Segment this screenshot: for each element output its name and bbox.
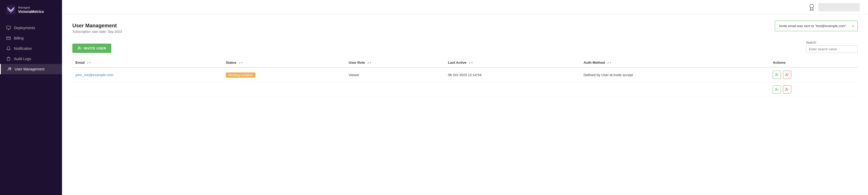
svg-point-19 <box>776 88 777 89</box>
search-label: Search: <box>806 41 858 44</box>
add-user-action-button[interactable] <box>773 71 781 79</box>
logo-managed: Managed <box>18 6 44 9</box>
sidebar-item-label: Deployments <box>14 26 35 30</box>
bell-icon <box>6 46 11 51</box>
svg-point-10 <box>810 4 813 8</box>
sidebar: Managed VictoriaMetrics Deployments Bill… <box>0 0 62 195</box>
user-management-icon <box>7 67 11 72</box>
cell-user-role <box>346 82 445 97</box>
svg-point-17 <box>786 74 787 75</box>
svg-point-22 <box>786 88 787 89</box>
toast-close-button[interactable]: × <box>852 24 854 28</box>
sidebar-item-deployments[interactable]: Deployments <box>0 23 62 33</box>
user-menu[interactable] <box>818 3 860 11</box>
cell-actions <box>770 82 858 97</box>
cell-last-active: 06 Oct 2023 12:14:54 <box>445 67 581 82</box>
svg-rect-1 <box>7 26 10 29</box>
toast-notification: Invite email was sent to "test@example.c… <box>775 21 858 31</box>
sidebar-item-user-management[interactable]: User Management <box>0 64 62 74</box>
table-header-row: Email ▲▼ Status ▲▼ User Role ▲▼ Last Act… <box>72 58 858 67</box>
svg-rect-6 <box>8 57 9 58</box>
logo-victoria: VictoriaMetrics <box>18 9 44 14</box>
cell-auth-method: Defined by User at invite accept <box>581 67 770 82</box>
sort-icon-status[interactable]: ▲▼ <box>239 62 243 64</box>
cell-last-active <box>445 82 581 97</box>
main-content: Invite email was sent to "test@example.c… <box>62 0 868 195</box>
sidebar-item-label: Notification <box>14 46 32 50</box>
table-row <box>72 82 858 97</box>
credit-card-icon <box>6 36 11 40</box>
logo-icon <box>6 5 16 14</box>
table-body: john_roe@example.com Pending Invitation … <box>72 67 858 97</box>
remove-icon <box>785 88 789 91</box>
col-last-active: Last Active ▲▼ <box>445 58 581 67</box>
page-title: User Management <box>72 23 858 29</box>
svg-rect-0 <box>6 5 16 14</box>
cell-auth-method <box>581 82 770 97</box>
svg-point-14 <box>776 74 777 75</box>
toolbar: INVITE USER Search: <box>72 41 858 53</box>
col-user-role: User Role ▲▼ <box>346 58 445 67</box>
email-link[interactable]: john_roe@example.com <box>75 73 114 77</box>
cell-status: Pending Invitation <box>223 67 346 82</box>
sidebar-item-billing[interactable]: Billing <box>0 33 62 43</box>
search-input[interactable] <box>806 45 858 53</box>
search-box: Search: <box>806 41 858 53</box>
cell-actions <box>770 67 858 82</box>
reward-icon <box>808 4 815 11</box>
topbar <box>62 0 868 14</box>
cell-status <box>223 82 346 97</box>
col-auth-method: Auth Method ▲▼ <box>581 58 770 67</box>
status-badge: Pending Invitation <box>226 73 255 78</box>
sidebar-nav: Deployments Billing Notification Audit L… <box>0 21 62 195</box>
col-status: Status ▲▼ <box>223 58 346 67</box>
page-content: Invite email was sent to "test@example.c… <box>62 14 868 195</box>
cell-email: john_roe@example.com <box>72 67 223 82</box>
add-icon <box>775 73 779 77</box>
svg-point-11 <box>78 47 80 48</box>
cell-email <box>72 82 223 97</box>
sidebar-item-audit-logs[interactable]: Audit Logs <box>0 54 62 64</box>
page-subtitle: Subscription start date: Sep 2023 <box>72 30 858 34</box>
remove-icon <box>785 73 789 77</box>
table-row: john_roe@example.com Pending Invitation … <box>72 67 858 82</box>
toast-message: Invite email was sent to "test@example.c… <box>779 24 847 28</box>
add-user-action-button-2[interactable] <box>773 85 781 93</box>
svg-rect-4 <box>7 37 10 40</box>
sort-icon-user-role[interactable]: ▲▼ <box>367 62 371 64</box>
clipboard-icon <box>6 56 11 61</box>
sidebar-item-label: Billing <box>14 36 24 40</box>
svg-point-7 <box>8 68 10 69</box>
remove-user-action-button-2[interactable] <box>783 85 791 93</box>
monitor-icon <box>6 26 11 30</box>
col-email: Email ▲▼ <box>72 58 223 67</box>
add-icon <box>775 88 779 91</box>
invite-user-button[interactable]: INVITE USER <box>72 44 111 53</box>
sidebar-item-notification[interactable]: Notification <box>0 43 62 54</box>
table-header: Email ▲▼ Status ▲▼ User Role ▲▼ Last Act… <box>72 58 858 67</box>
sort-icon-last-active[interactable]: ▲▼ <box>468 62 473 64</box>
cell-user-role: Viewer <box>346 67 445 82</box>
svg-point-8 <box>10 68 11 69</box>
sort-icon-email[interactable]: ▲▼ <box>87 62 91 64</box>
remove-user-action-button[interactable] <box>783 71 791 79</box>
sort-icon-auth-method[interactable]: ▲▼ <box>607 62 612 64</box>
add-user-icon <box>78 46 82 50</box>
col-actions: Actions <box>770 58 858 67</box>
sidebar-item-label: User Management <box>15 67 44 71</box>
logo: Managed VictoriaMetrics <box>0 0 62 21</box>
sidebar-item-label: Audit Logs <box>14 57 31 61</box>
user-table: Email ▲▼ Status ▲▼ User Role ▲▼ Last Act… <box>72 58 858 97</box>
